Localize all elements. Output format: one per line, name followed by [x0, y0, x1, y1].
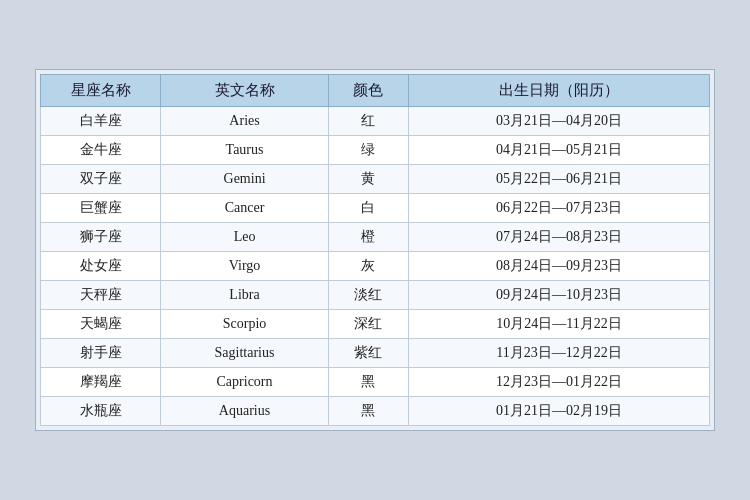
cell-color: 深红: [328, 310, 408, 339]
zodiac-table: 星座名称 英文名称 颜色 出生日期（阳历） 白羊座Aries红03月21日—04…: [40, 74, 710, 426]
cell-english-name: Leo: [161, 223, 328, 252]
table-row: 狮子座Leo橙07月24日—08月23日: [41, 223, 710, 252]
cell-date: 03月21日—04月20日: [408, 107, 709, 136]
cell-english-name: Capricorn: [161, 368, 328, 397]
cell-date: 11月23日—12月22日: [408, 339, 709, 368]
cell-chinese-name: 摩羯座: [41, 368, 161, 397]
zodiac-table-container: 星座名称 英文名称 颜色 出生日期（阳历） 白羊座Aries红03月21日—04…: [35, 69, 715, 431]
cell-chinese-name: 处女座: [41, 252, 161, 281]
cell-english-name: Virgo: [161, 252, 328, 281]
cell-date: 05月22日—06月21日: [408, 165, 709, 194]
cell-chinese-name: 白羊座: [41, 107, 161, 136]
cell-english-name: Libra: [161, 281, 328, 310]
header-date: 出生日期（阳历）: [408, 75, 709, 107]
cell-chinese-name: 金牛座: [41, 136, 161, 165]
cell-chinese-name: 天蝎座: [41, 310, 161, 339]
table-row: 射手座Sagittarius紫红11月23日—12月22日: [41, 339, 710, 368]
cell-english-name: Aquarius: [161, 397, 328, 426]
cell-english-name: Scorpio: [161, 310, 328, 339]
cell-date: 12月23日—01月22日: [408, 368, 709, 397]
header-english-name: 英文名称: [161, 75, 328, 107]
table-row: 摩羯座Capricorn黑12月23日—01月22日: [41, 368, 710, 397]
table-header-row: 星座名称 英文名称 颜色 出生日期（阳历）: [41, 75, 710, 107]
cell-color: 黑: [328, 368, 408, 397]
cell-color: 黑: [328, 397, 408, 426]
cell-date: 10月24日—11月22日: [408, 310, 709, 339]
header-color: 颜色: [328, 75, 408, 107]
cell-english-name: Sagittarius: [161, 339, 328, 368]
cell-chinese-name: 狮子座: [41, 223, 161, 252]
cell-color: 灰: [328, 252, 408, 281]
cell-color: 橙: [328, 223, 408, 252]
table-row: 双子座Gemini黄05月22日—06月21日: [41, 165, 710, 194]
cell-chinese-name: 天秤座: [41, 281, 161, 310]
table-row: 巨蟹座Cancer白06月22日—07月23日: [41, 194, 710, 223]
cell-date: 04月21日—05月21日: [408, 136, 709, 165]
table-row: 白羊座Aries红03月21日—04月20日: [41, 107, 710, 136]
table-row: 天蝎座Scorpio深红10月24日—11月22日: [41, 310, 710, 339]
cell-date: 07月24日—08月23日: [408, 223, 709, 252]
cell-color: 紫红: [328, 339, 408, 368]
cell-chinese-name: 巨蟹座: [41, 194, 161, 223]
table-row: 水瓶座Aquarius黑01月21日—02月19日: [41, 397, 710, 426]
table-row: 天秤座Libra淡红09月24日—10月23日: [41, 281, 710, 310]
cell-chinese-name: 双子座: [41, 165, 161, 194]
cell-color: 绿: [328, 136, 408, 165]
cell-chinese-name: 水瓶座: [41, 397, 161, 426]
cell-color: 红: [328, 107, 408, 136]
cell-english-name: Cancer: [161, 194, 328, 223]
cell-color: 黄: [328, 165, 408, 194]
table-row: 金牛座Taurus绿04月21日—05月21日: [41, 136, 710, 165]
cell-date: 06月22日—07月23日: [408, 194, 709, 223]
cell-english-name: Aries: [161, 107, 328, 136]
cell-date: 01月21日—02月19日: [408, 397, 709, 426]
cell-english-name: Gemini: [161, 165, 328, 194]
cell-color: 白: [328, 194, 408, 223]
cell-date: 09月24日—10月23日: [408, 281, 709, 310]
table-row: 处女座Virgo灰08月24日—09月23日: [41, 252, 710, 281]
cell-english-name: Taurus: [161, 136, 328, 165]
cell-chinese-name: 射手座: [41, 339, 161, 368]
cell-color: 淡红: [328, 281, 408, 310]
cell-date: 08月24日—09月23日: [408, 252, 709, 281]
header-chinese-name: 星座名称: [41, 75, 161, 107]
